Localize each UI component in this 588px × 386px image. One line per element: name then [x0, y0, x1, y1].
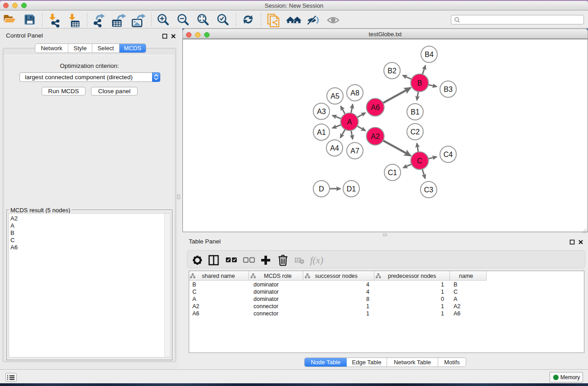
svg-text:C: C [417, 157, 422, 165]
svg-text:f(x): f(x) [310, 255, 323, 266]
svg-text:C4: C4 [444, 151, 453, 158]
svg-text:B2: B2 [387, 67, 397, 75]
svg-text:C3: C3 [424, 186, 434, 194]
svg-text:B1: B1 [411, 108, 420, 116]
svg-text:A1: A1 [317, 129, 326, 136]
svg-text:A5: A5 [330, 92, 339, 100]
svg-text:C2: C2 [411, 128, 420, 136]
svg-text:A8: A8 [350, 89, 359, 97]
svg-text:C1: C1 [388, 169, 397, 176]
svg-text:A: A [347, 118, 352, 126]
svg-text:D: D [319, 185, 324, 193]
svg-text:A7: A7 [350, 147, 359, 155]
svg-text:A2: A2 [371, 133, 380, 140]
svg-text:B: B [417, 79, 422, 87]
svg-text:D1: D1 [347, 185, 356, 193]
svg-text:A4: A4 [330, 144, 339, 152]
svg-text:B4: B4 [425, 51, 434, 58]
svg-text:A6: A6 [371, 104, 380, 111]
svg-text:A3: A3 [317, 108, 326, 115]
svg-text:B3: B3 [444, 86, 453, 93]
